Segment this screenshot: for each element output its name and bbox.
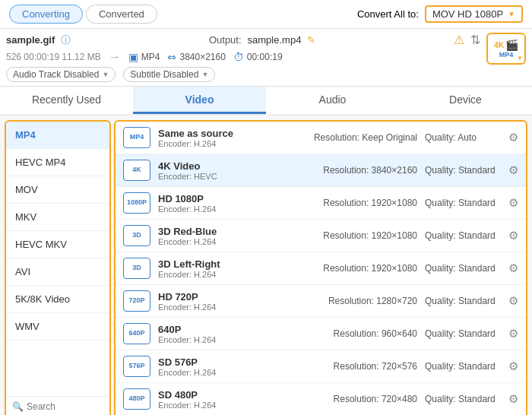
format-option-sd-576p[interactable]: 576PSD 576PEncoder: H.264Resolution: 720… bbox=[116, 350, 526, 383]
format-option-resolution-4k-video: Resolution: 3840×2160 bbox=[323, 165, 417, 176]
format-option-detail-hd-1080p: Encoder: H.264 bbox=[158, 204, 315, 214]
file-metadata: sample.gif ⓘ Output: sample.mp4 ✎ ⚠ ⇅ 52… bbox=[6, 33, 480, 82]
resolution-icon: ⇔ bbox=[167, 51, 176, 63]
format-option-same-source[interactable]: MP4Same as sourceEncoder: H.264Resolutio… bbox=[116, 122, 526, 154]
output-label: Output: bbox=[209, 34, 242, 46]
file-meta-row1: sample.gif ⓘ Output: sample.mp4 ✎ ⚠ ⇅ bbox=[6, 33, 480, 47]
convert-all-label: Convert All to: bbox=[357, 8, 419, 20]
format-option-sd-480p[interactable]: 480PSD 480PEncoder: H.264Resolution: 720… bbox=[116, 383, 526, 415]
format-option-gear-hd-1080p[interactable]: ⚙ bbox=[508, 196, 518, 210]
resolution-value: 3840×2160 bbox=[179, 52, 225, 62]
format-option-info-sd-480p: SD 480PEncoder: H.264 bbox=[158, 389, 326, 410]
format-option-resolution-hd-1080p: Resolution: 1920×1080 bbox=[323, 198, 417, 208]
format-option-gear-sd-480p[interactable]: ⚙ bbox=[508, 392, 518, 406]
filename: sample.gif bbox=[6, 34, 55, 46]
format-detail: ▣ MP4 bbox=[128, 51, 160, 63]
output-file: sample.mp4 bbox=[248, 34, 302, 46]
format-option-info-hd-1080p: HD 1080PEncoder: H.264 bbox=[158, 193, 315, 214]
search-input[interactable] bbox=[27, 401, 103, 412]
tab-audio[interactable]: Audio bbox=[266, 87, 399, 114]
format-option-quality-4k-video: Quality: Standard bbox=[425, 165, 501, 176]
resolution-detail: ⇔ 3840×2160 bbox=[167, 51, 225, 63]
search-icon: 🔍 bbox=[12, 401, 24, 412]
arrow-right-icon: → bbox=[109, 50, 121, 64]
convert-all-dropdown[interactable]: MOV HD 1080P ▼ bbox=[425, 5, 523, 23]
format-option-quality-sd-576p: Quality: Standard bbox=[425, 361, 501, 372]
format-option-gear-sd-576p[interactable]: ⚙ bbox=[508, 360, 518, 373]
info-icon[interactable]: ⓘ bbox=[61, 33, 71, 47]
format-option-gear-640p[interactable]: ⚙ bbox=[508, 327, 518, 341]
format-option-resolution-640p: Resolution: 960×640 bbox=[334, 328, 417, 339]
format-option-name-3d-red-blue: 3D Red-Blue bbox=[158, 226, 315, 237]
film-icon: 🎬 bbox=[505, 39, 518, 51]
format-option-info-hd-720p: HD 720PEncoder: H.264 bbox=[158, 291, 321, 312]
format-items: MP4HEVC MP4MOVMKVHEVC MKVAVI5K/8K VideoW… bbox=[6, 122, 109, 341]
subtitle-dropdown[interactable]: Subtitle Disabled ▼ bbox=[123, 67, 215, 82]
format-option-detail-3d-red-blue: Encoder: H.264 bbox=[158, 237, 315, 246]
format-option-resolution-3d-left-right: Resolution: 1920×1080 bbox=[323, 263, 417, 274]
format-option-gear-hd-720p[interactable]: ⚙ bbox=[508, 294, 518, 308]
tab-device[interactable]: Device bbox=[399, 87, 532, 114]
format-list-item-avi[interactable]: AVI bbox=[6, 258, 109, 286]
format-list-item-5k-8k[interactable]: 5K/8K Video bbox=[6, 286, 109, 313]
format-option-info-640p: 640PEncoder: H.264 bbox=[158, 324, 326, 344]
format-icon-sd-480p: 480P bbox=[123, 388, 150, 410]
format-icon-3d-left-right: 3D bbox=[123, 258, 150, 279]
format-list-item-mov[interactable]: MOV bbox=[6, 176, 109, 204]
tab-converting[interactable]: Converting bbox=[9, 5, 83, 24]
format-list-item-hevc-mkv[interactable]: HEVC MKV bbox=[6, 231, 109, 258]
format-option-detail-same-source: Encoder: H.264 bbox=[158, 139, 306, 148]
format-option-info-3d-red-blue: 3D Red-BlueEncoder: H.264 bbox=[158, 226, 315, 246]
format-list-item-mkv[interactable]: MKV bbox=[6, 204, 109, 231]
format-icon-hd-720p: 720P bbox=[123, 290, 150, 312]
format-option-gear-3d-left-right[interactable]: ⚙ bbox=[508, 261, 518, 275]
format-list-item-wmv[interactable]: WMV bbox=[6, 313, 109, 341]
format-option-name-sd-576p: SD 576P bbox=[158, 356, 326, 368]
file-meta-row3: Audio Track Disabled ▼ Subtitle Disabled… bbox=[6, 67, 480, 82]
format-list-item-mp4[interactable]: MP4 bbox=[6, 122, 109, 149]
format-option-gear-3d-red-blue[interactable]: ⚙ bbox=[508, 229, 518, 242]
audio-track-dropdown[interactable]: Audio Track Disabled ▼ bbox=[6, 67, 116, 82]
format-option-3d-left-right[interactable]: 3D3D Left-RightEncoder: H.264Resolution:… bbox=[116, 252, 526, 285]
badge-4k-arrow-icon: ▼ bbox=[517, 55, 523, 62]
subtitle-arrow-icon: ▼ bbox=[201, 71, 208, 78]
format-icon-hd-1080p: 1080P bbox=[123, 192, 150, 214]
format-option-4k-video[interactable]: 4K4K VideoEncoder: HEVCResolution: 3840×… bbox=[116, 154, 526, 187]
format-option-detail-hd-720p: Encoder: H.264 bbox=[158, 303, 321, 312]
format-option-gear-4k-video[interactable]: ⚙ bbox=[508, 163, 518, 177]
audio-track-label: Audio Track Disabled bbox=[13, 69, 99, 80]
format-option-640p[interactable]: 640P640PEncoder: H.264Resolution: 960×64… bbox=[116, 318, 526, 350]
format-option-resolution-3d-red-blue: Resolution: 1920×1080 bbox=[323, 230, 417, 241]
format-option-quality-3d-left-right: Quality: Standard bbox=[425, 263, 501, 274]
edit-icon[interactable]: ✎ bbox=[307, 34, 315, 46]
format-option-quality-sd-480p: Quality: Standard bbox=[425, 394, 501, 404]
format-option-3d-red-blue[interactable]: 3D3D Red-BlueEncoder: H.264Resolution: 1… bbox=[116, 220, 526, 252]
audio-track-arrow-icon: ▼ bbox=[102, 71, 109, 78]
settings-icon[interactable]: ⇅ bbox=[470, 33, 480, 47]
tab-recently-used[interactable]: Recently Used bbox=[0, 87, 133, 114]
badge-4k-text: 4K bbox=[494, 41, 504, 49]
format-option-hd-720p[interactable]: 720PHD 720PEncoder: H.264Resolution: 128… bbox=[116, 285, 526, 318]
format-option-info-3d-left-right: 3D Left-RightEncoder: H.264 bbox=[158, 258, 315, 279]
format-option-gear-same-source[interactable]: ⚙ bbox=[508, 131, 518, 144]
format-option-name-same-source: Same as source bbox=[158, 128, 306, 139]
format-options-list: MP4Same as sourceEncoder: H.264Resolutio… bbox=[114, 120, 527, 415]
badge-4k[interactable]: 4K 🎬 MP4 ▼ bbox=[486, 33, 526, 65]
badge-4k-top: 4K 🎬 bbox=[494, 39, 518, 51]
format-option-hd-1080p[interactable]: 1080PHD 1080PEncoder: H.264Resolution: 1… bbox=[116, 187, 526, 220]
format-option-name-hd-1080p: HD 1080P bbox=[158, 193, 315, 204]
format-option-info-sd-576p: SD 576PEncoder: H.264 bbox=[158, 356, 326, 377]
format-option-detail-sd-576p: Encoder: H.264 bbox=[158, 368, 326, 377]
format-option-resolution-hd-720p: Resolution: 1280×720 bbox=[328, 296, 417, 306]
format-value: MP4 bbox=[141, 52, 160, 62]
tab-converted[interactable]: Converted bbox=[86, 5, 157, 24]
format-list-item-hevc-mp4[interactable]: HEVC MP4 bbox=[6, 149, 109, 176]
warning-icon: ⚠ bbox=[454, 33, 464, 47]
format-option-quality-hd-1080p: Quality: Standard bbox=[425, 198, 501, 208]
format-search[interactable]: 🔍 bbox=[6, 396, 109, 415]
main-content: MP4HEVC MP4MOVMKVHEVC MKVAVI5K/8K VideoW… bbox=[0, 116, 532, 415]
tab-group: Converting Converted bbox=[9, 5, 157, 24]
tab-video[interactable]: Video bbox=[133, 87, 266, 114]
format-option-detail-sd-480p: Encoder: H.264 bbox=[158, 401, 326, 410]
format-option-resolution-sd-576p: Resolution: 720×576 bbox=[334, 361, 417, 372]
